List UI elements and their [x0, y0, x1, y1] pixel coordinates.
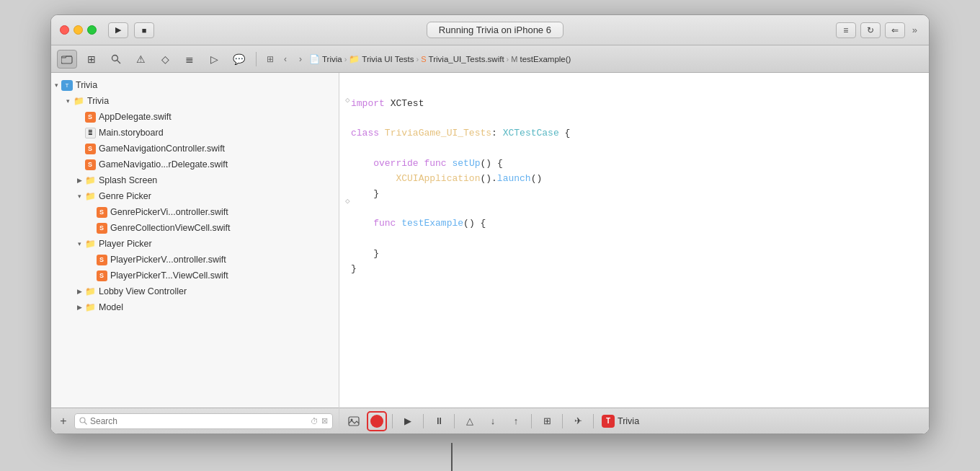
tree-item-game-nav-delegate[interactable]: S GameNavigatio...rDelegate.swift [51, 157, 339, 172]
tree-item-trivia-group[interactable]: ▾ 📁 Trivia [51, 93, 339, 109]
bc-sep-1: › [344, 55, 347, 63]
main-window: ▶ ■ Running Trivia on iPhone 6 ≡ ↻ ⇐ » ⊞… [50, 14, 930, 434]
arrow-splash-screen: ▶ [74, 177, 84, 184]
tree-item-player-picker[interactable]: ▾ 📁 Player Picker [51, 236, 339, 252]
play-button[interactable]: ▶ [108, 22, 128, 38]
tree-item-genre-picker[interactable]: ▾ 📁 Genre Picker [51, 188, 339, 204]
code-line-empty-5 [351, 232, 917, 247]
tree-item-appdelegate[interactable]: S AppDelegate.swift [51, 109, 339, 125]
swift-icon-player-vc: S [96, 254, 107, 265]
clear-icon: ⊠ [321, 416, 328, 426]
label-genre-picker: Genre Picker [99, 191, 151, 201]
tree-item-model[interactable]: ▶ 📁 Model [51, 299, 339, 315]
folder-icon-model: 📁 [84, 301, 96, 313]
bc-folder-icon: 📁 [349, 54, 360, 64]
gutter-marker-2: ◇ [345, 195, 350, 208]
play-icon-bottom[interactable]: ▶ [398, 412, 418, 431]
svg-rect-5 [349, 417, 359, 426]
swift-icon-genre-vc: S [96, 206, 107, 218]
trivia-label: Trivia [618, 416, 639, 426]
svg-line-4 [84, 422, 87, 425]
close-button[interactable] [60, 25, 69, 35]
send-icon[interactable]: ✈ [568, 412, 588, 431]
tree-item-player-cell[interactable]: S PlayerPickerT...ViewCell.swift [51, 268, 339, 283]
bc-trivia-icon: 📄 [309, 54, 320, 64]
stop-button[interactable]: ■ [134, 22, 154, 38]
list-toolbar-icon[interactable]: ≣ [179, 50, 200, 69]
annotation-area: Record button [50, 443, 930, 471]
swift-icon-game-nav-delegate: S [84, 159, 96, 170]
bc-function[interactable]: testExample() [520, 55, 571, 63]
toolbar-sep-1 [256, 52, 257, 66]
title-bar-center: Running Trivia on iPhone 6 [160, 22, 830, 38]
tree-item-main-storyboard[interactable]: ≣ Main.storyboard [51, 125, 339, 141]
main-content: ▾ T Trivia ▾ 📁 Trivia [51, 73, 929, 433]
arrow-trivia-root: ▾ [51, 82, 61, 89]
title-bar: ▶ ■ Running Trivia on iPhone 6 ≡ ↻ ⇐ » [51, 15, 929, 45]
tree-item-genre-cell[interactable]: S GenreCollectionViewCell.swift [51, 220, 339, 236]
label-genre-cell: GenreCollectionViewCell.swift [110, 223, 231, 233]
svg-line-2 [117, 60, 121, 63]
folder-icon-trivia: 📁 [73, 95, 84, 107]
step-out-icon[interactable]: ↑ [506, 412, 526, 431]
arrow-lobby-vc: ▶ [74, 288, 84, 295]
tree-item-lobby-vc[interactable]: ▶ 📁 Lobby View Controller [51, 283, 339, 299]
arrow-genre-picker: ▾ [74, 193, 84, 200]
tree-item-genre-vc[interactable]: S GenrePickerVi...ontroller.swift [51, 204, 339, 220]
grid-toolbar-icon[interactable]: ⊞ [81, 50, 102, 69]
folder-icon-player: 📁 [84, 238, 96, 250]
code-line-xcui: XCUIApplication().launch() [351, 172, 917, 187]
bc-sep-3: › [507, 55, 509, 63]
diamond-toolbar-icon[interactable]: ◇ [155, 50, 175, 69]
tag-toolbar-icon[interactable]: ▷ [204, 50, 224, 69]
arrow-model: ▶ [74, 304, 84, 311]
add-file-button[interactable]: + [57, 415, 70, 428]
swift-icon-genre-cell: S [96, 222, 107, 234]
grid-view-btn[interactable]: ⊞ [264, 53, 277, 66]
bc-trivia[interactable]: Trivia [322, 55, 342, 63]
code-line-test: func testExample() { [351, 216, 917, 232]
back-btn[interactable]: ‹ [279, 53, 292, 66]
search-input[interactable] [90, 416, 308, 426]
minimize-button[interactable] [74, 25, 83, 35]
expand-icon[interactable]: » [909, 25, 920, 35]
code-line-class: class TriviaGame_UI_Tests: XCTestCase { [351, 126, 917, 141]
bc-sep-2: › [416, 55, 419, 63]
comment-toolbar-icon[interactable]: 💬 [228, 50, 249, 69]
code-area: ◇ ◇ import XCTest class TriviaGame_UI_Te… [339, 73, 929, 408]
search-toolbar-icon[interactable] [106, 50, 126, 69]
clock-icon: ⏱ [311, 417, 318, 426]
pause-icon[interactable]: ⏸ [429, 412, 449, 431]
arrow-trivia-group: ▾ [63, 97, 73, 105]
media-icon[interactable] [344, 412, 364, 431]
label-main-storyboard: Main.storyboard [99, 128, 164, 138]
record-button[interactable] [367, 411, 387, 431]
folder-toolbar-icon[interactable] [57, 50, 77, 69]
svg-point-1 [112, 55, 118, 61]
maximize-button[interactable] [87, 25, 97, 35]
code-line-empty-3 [351, 141, 917, 157]
tree-item-game-nav[interactable]: S GameNavigationController.swift [51, 141, 339, 157]
bc-trivia-ui-tests[interactable]: Trivia UI Tests [362, 55, 414, 63]
lines-icon[interactable]: ≡ [836, 22, 856, 38]
code-line-import: import XCTest [351, 97, 917, 112]
back-forward-icon[interactable]: ⇐ [885, 22, 905, 38]
bc-swift-file[interactable]: Trivia_UI_Tests.swift [429, 55, 504, 63]
step-into-icon[interactable]: ↓ [483, 412, 503, 431]
view-icon[interactable]: ⊞ [537, 412, 557, 431]
label-splash-screen: Splash Screen [99, 175, 157, 185]
forward-btn[interactable]: › [294, 53, 307, 66]
folder-icon-splash: 📁 [84, 175, 96, 186]
tree-item-splash-screen[interactable]: ▶ 📁 Splash Screen [51, 172, 339, 188]
label-player-vc: PlayerPickerV...ontroller.swift [110, 255, 226, 265]
tree-item-player-vc[interactable]: S PlayerPickerV...ontroller.swift [51, 252, 339, 268]
tree-item-trivia-root[interactable]: ▾ T Trivia [51, 77, 339, 93]
label-genre-vc: GenrePickerVi...ontroller.swift [110, 207, 228, 217]
step-over-icon[interactable]: △ [460, 412, 480, 431]
sidebar-bottom: + ⏱ ⊠ [51, 408, 339, 433]
label-model: Model [99, 302, 123, 312]
code-line-empty-4 [351, 201, 917, 216]
warning-toolbar-icon[interactable]: ⚠ [130, 50, 151, 69]
bc-swift-icon: S [421, 55, 426, 63]
refresh-icon[interactable]: ↻ [860, 22, 881, 38]
